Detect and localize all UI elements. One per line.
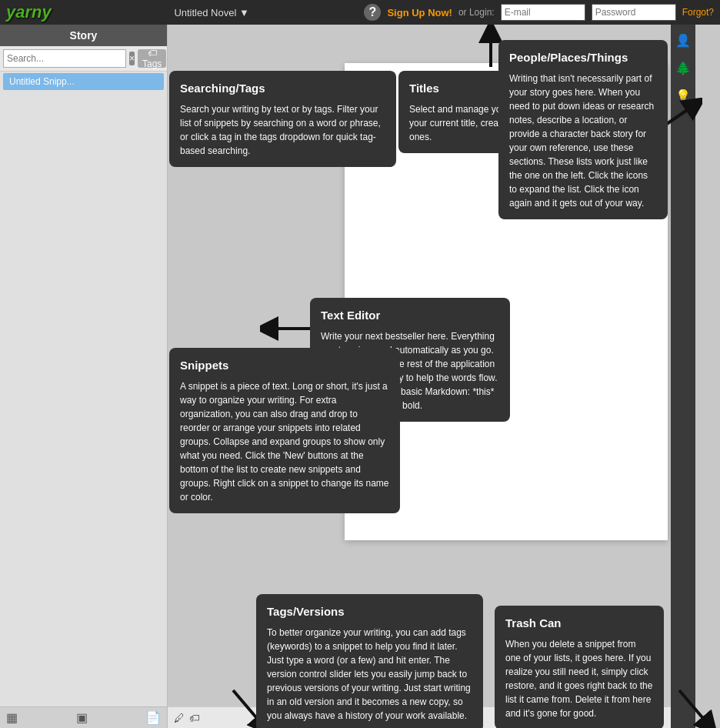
tooltip-people-title: People/Places/Things [509,49,657,67]
password-field[interactable] [592,4,676,21]
tooltip-trash-can: Trash Can When you delete a snippet from… [495,606,664,728]
tooltip-tags-versions: Tags/Versions To better organize your wr… [256,594,483,728]
signup-button[interactable]: Sign Up Now! [387,7,452,18]
idea-icon-button[interactable]: 💡 [674,86,692,105]
tooltip-text-editor-title: Text Editor [321,307,499,325]
search-bar: × 🏷 Tags [0,46,167,72]
tree-icon-button[interactable]: 🌲 [674,58,692,77]
top-bar: yarny Untitled Novel ▼ ? Sign Up Now! or… [0,0,720,25]
sidebar-list-button[interactable]: ▣ [76,710,88,725]
sidebar-grid-button[interactable]: ▦ [6,710,18,725]
search-clear-button[interactable]: × [129,52,135,65]
bottom-tags-button[interactable]: 🏷 [189,712,200,724]
tooltip-people-places: People/Places/Things Writing that isn't … [498,40,668,219]
tooltip-trash-body: When you delete a snippet from one of yo… [505,637,653,720]
email-field[interactable] [501,4,585,21]
tooltip-trash-title: Trash Can [505,615,653,633]
tags-dropdown-button[interactable]: 🏷 Tags [138,49,166,68]
arrow-text-editor [260,313,314,344]
tooltip-snippets: Snippets A snippet is a piece of text. L… [169,348,400,513]
logo: yarny [6,2,52,22]
user-icon-button[interactable]: 👤 [674,31,692,49]
sidebar: Story × 🏷 Tags Untitled Snipp... ▦ ▣ 📄 [0,25,168,728]
sidebar-title: Story [0,25,167,46]
sidebar-add-button[interactable]: 📄 [145,710,161,725]
tooltip-tags-versions-body: To better organize your writing, you can… [267,626,472,723]
bottom-snippets-button[interactable]: 🖊 [174,712,185,724]
forgot-button[interactable]: Forgot? [682,7,714,18]
snippet-list-item[interactable]: Untitled Snipp... [3,73,164,90]
search-input[interactable] [3,49,126,68]
sidebar-bottom-bar: ▦ ▣ 📄 [0,706,167,728]
right-icons-panel: 👤 🌲 💡 [671,25,695,728]
tooltip-searching-tags-body: Search your writing by text or by tags. … [180,102,385,158]
tooltip-tags-versions-title: Tags/Versions [267,603,472,621]
main-area: Story × 🏷 Tags Untitled Snipp... ▦ ▣ 📄 👤… [0,25,720,728]
tooltip-searching-tags-title: Searching/Tags [180,80,385,98]
tooltip-searching-tags: Searching/Tags Search your writing by te… [169,71,396,167]
or-login-label: or Login: [458,7,495,18]
title-button[interactable]: Untitled Novel ▼ [174,7,248,18]
help-button[interactable]: ? [364,4,381,21]
tooltip-people-body: Writing that isn't necessarily part of y… [509,72,657,210]
tooltip-snippets-title: Snippets [180,357,389,375]
tooltip-snippets-body: A snippet is a piece of text. Long or sh… [180,379,389,504]
sidebar-spacer [0,92,167,706]
content-area: 👤 🌲 💡 Searching/Tags Search your writing… [168,25,695,728]
